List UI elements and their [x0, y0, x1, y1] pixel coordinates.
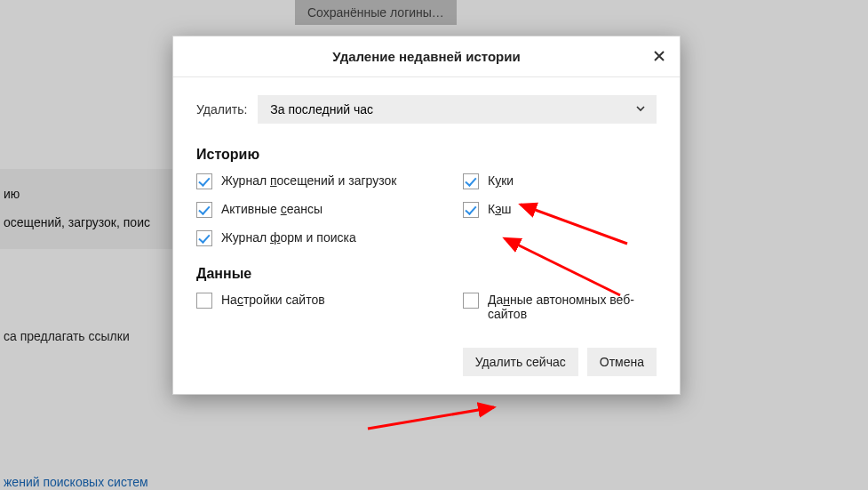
checkbox-label: Настройки сайтов [221, 293, 325, 307]
history-section-heading: Историю [196, 147, 657, 163]
data-section-heading: Данные [196, 266, 657, 282]
checkbox-label: Данные автономных веб-сайтов [488, 293, 657, 321]
dialog-body: Удалить: За последний час Историю Журнал… [173, 77, 680, 394]
checkbox-box[interactable] [463, 202, 479, 218]
data-options-grid: Настройки сайтов Данные автономных веб-с… [196, 293, 657, 321]
time-range-value: За последний час [270, 102, 373, 116]
time-range-select[interactable]: За последний час [258, 95, 657, 124]
history-options-grid: Журнал посещений и загрузок Куки Активны… [196, 173, 657, 246]
checkbox-box[interactable] [196, 173, 212, 189]
checkbox-site-preferences[interactable]: Настройки сайтов [196, 293, 463, 321]
checkbox-active-sessions[interactable]: Активные сеансы [196, 202, 463, 218]
dialog-title: Удаление недавней истории [173, 49, 680, 64]
clear-history-dialog: Удаление недавней истории Удалить: За по… [172, 36, 681, 395]
checkbox-offline-website-data[interactable]: Данные автономных веб-сайтов [463, 293, 657, 321]
checkbox-browsing-history[interactable]: Журнал посещений и загрузок [196, 173, 463, 189]
checkbox-label: Активные сеансы [221, 202, 323, 216]
time-range-row: Удалить: За последний час [196, 95, 657, 124]
checkbox-label: Журнал посещений и загрузок [221, 173, 396, 188]
checkbox-label: Журнал форм и поиска [221, 230, 356, 245]
checkbox-box[interactable] [196, 293, 212, 309]
time-range-label: Удалить: [196, 102, 247, 116]
close-icon [653, 48, 665, 67]
chevron-down-icon [635, 102, 646, 116]
checkbox-cookies[interactable]: Куки [463, 173, 657, 189]
clear-now-button[interactable]: Удалить сейчас [463, 348, 578, 376]
dialog-header: Удаление недавней истории [173, 36, 680, 77]
checkbox-label: Кэш [488, 202, 512, 216]
checkbox-box[interactable] [463, 293, 479, 309]
checkbox-cache[interactable]: Кэш [463, 202, 657, 218]
checkbox-form-search-history[interactable]: Журнал форм и поиска [196, 230, 463, 246]
checkbox-box[interactable] [196, 230, 212, 246]
checkbox-box[interactable] [196, 202, 212, 218]
checkbox-box[interactable] [463, 173, 479, 189]
checkbox-label: Куки [488, 173, 514, 188]
close-button[interactable] [646, 44, 673, 70]
cancel-button[interactable]: Отмена [587, 348, 657, 376]
dialog-buttons: Удалить сейчас Отмена [196, 341, 657, 376]
